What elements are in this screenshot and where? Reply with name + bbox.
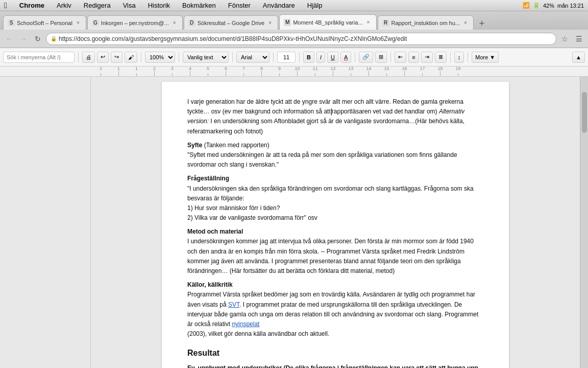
tab-close-tab3[interactable]: ×: [266, 19, 274, 27]
bold-button[interactable]: B: [303, 52, 314, 63]
tab-close-tab1[interactable]: ×: [75, 19, 82, 27]
zoom-select[interactable]: 100%: [145, 52, 175, 63]
ruler-mark-2: 2: [145, 66, 163, 76]
doc-para-1: I varje generation har de äldre tyckt at…: [187, 97, 483, 136]
text-color-icon: A: [344, 54, 348, 60]
link-button[interactable]: 🔗: [359, 52, 373, 63]
paint-icon: 🖌: [128, 54, 134, 60]
font-select[interactable]: Arial: [236, 52, 270, 63]
chrome-menu-button[interactable]: ☰: [573, 33, 585, 45]
tab-tab4[interactable]: M Moment 4B_språklig varia... ×: [279, 14, 376, 30]
address-bar[interactable]: 🔒 https://docs.google.com/a/gustavsbergs…: [46, 33, 556, 45]
wifi-icon: 📶: [523, 2, 530, 9]
tab-bar: S SchoolSoft – Personal × G Inkorgen – p…: [0, 11, 588, 30]
right-scrollbar[interactable]: [580, 77, 588, 368]
address-bar-row: ← → ↻ 🔒 https://docs.google.com/a/gustav…: [0, 30, 588, 48]
ruler-mark-neg2: 2: [92, 66, 110, 76]
metod-heading: Metod och material: [187, 228, 243, 235]
visa-menu[interactable]: Visa: [121, 1, 138, 10]
text-color-button[interactable]: A: [340, 52, 351, 63]
ruler-mark-9: 9: [271, 66, 288, 76]
bokmarken-menu[interactable]: Bokmärken: [180, 1, 218, 10]
battery-icon: 🔋: [533, 2, 540, 9]
italic-button[interactable]: I: [316, 52, 325, 63]
doc-section-syfte: Syfte (Tanken med rapporten) "Syftet med…: [187, 141, 483, 170]
doc-scroll-area[interactable]: I varje generation har de äldre tyckt at…: [91, 77, 580, 368]
tab-tab3[interactable]: D Sökresultat – Google Drive ×: [184, 15, 278, 30]
tab-tab5[interactable]: R Rapport_instuktion om hu... ×: [378, 15, 474, 30]
align-center-button[interactable]: ≡: [408, 52, 419, 63]
tab-close-tab5[interactable]: ×: [462, 19, 469, 27]
toolbar-sep-7: [355, 52, 355, 62]
forward-button[interactable]: →: [17, 33, 30, 45]
new-tab-button[interactable]: +: [476, 17, 488, 30]
toolbar-sep-1: [78, 52, 79, 62]
italic-alternative: Alternativ version:: [187, 108, 464, 125]
tab-title-tab1: SchoolSoft – Personal: [17, 20, 72, 26]
align-justify-button[interactable]: ≣: [435, 52, 447, 63]
left-margin: [0, 77, 91, 368]
ruler-mark-1b: 1: [128, 66, 145, 76]
nyinspelat-link[interactable]: nyinspelat: [232, 320, 259, 328]
historik-menu[interactable]: Historik: [146, 1, 172, 10]
redo-button[interactable]: ↪: [111, 52, 122, 63]
bookmark-star[interactable]: ☆: [558, 33, 571, 45]
ruler: 2 1 1 2 3 4 5 6 7 8 9 10 11 12 13 14 15 …: [0, 66, 588, 77]
cursor: [331, 108, 332, 116]
text-style-select[interactable]: Vanlig text: [183, 52, 229, 63]
align-left-button[interactable]: ⇤: [395, 52, 406, 63]
mac-menubar:  Chrome Arkiv Redigera Visa Historik Bo…: [0, 0, 588, 11]
tab-tab2[interactable]: G Inkorgen – per.nystrom@... ×: [87, 15, 183, 30]
tab-favicon-tab4: M: [284, 19, 291, 26]
tab-title-tab5: Rapport_instuktion om hu...: [391, 20, 460, 26]
collapse-toolbar-button[interactable]: ▲: [572, 52, 585, 63]
tab-favicon-tab3: D: [188, 19, 195, 27]
format-paint-button[interactable]: 🖌: [125, 52, 137, 63]
syfte-heading: Syfte: [187, 142, 202, 149]
font-size-input[interactable]: [277, 52, 296, 63]
underline-button[interactable]: U: [327, 52, 338, 63]
tab-close-tab2[interactable]: ×: [171, 19, 178, 27]
menu-search-input[interactable]: [3, 52, 75, 63]
docs-toolbar: 🖨 ↩ ↪ 🖌 100% Vanlig text Arial B I U A: [0, 48, 588, 66]
chrome-menu[interactable]: Chrome: [17, 1, 46, 10]
doc-section-fragestellning: Frågeställning "I undersökningen ska den…: [187, 174, 483, 223]
anvandare-menu[interactable]: Användare: [261, 1, 297, 10]
svt-link[interactable]: SVT: [228, 301, 239, 308]
tab-favicon-tab2: G: [92, 19, 99, 27]
lock-icon: 🔒: [51, 36, 57, 41]
table-button[interactable]: ⊞: [375, 52, 387, 63]
back-button[interactable]: ←: [3, 33, 15, 45]
align-right-button[interactable]: ⇥: [421, 52, 433, 63]
redigera-menu[interactable]: Redigera: [82, 1, 113, 10]
doc-section-kallor: Källor, källkritik Programmet Värsta spr…: [187, 280, 483, 339]
ruler-mark-14: 14: [360, 66, 378, 76]
toolbar-sep-2: [141, 52, 141, 62]
ruler-mark-3: 3: [163, 66, 181, 76]
scrollbar-thumb[interactable]: [582, 92, 587, 133]
tab-favicon-tab5: R: [382, 19, 389, 27]
doc-section-metod: Metod och material I undersökningen komm…: [187, 227, 483, 276]
ruler-mark-10: 10: [288, 66, 306, 76]
ruler-mark-15: 15: [378, 66, 396, 76]
fonster-menu[interactable]: Fönster: [226, 1, 253, 10]
line-spacing-button[interactable]: ↕: [454, 52, 464, 63]
doc-resultat-note: Ev. uppbyggt med underrubriker (De olika…: [187, 363, 483, 368]
tab-title-tab2: Inkorgen – per.nystrom@...: [101, 20, 169, 26]
doc-area: I varje generation har de äldre tyckt at…: [0, 77, 588, 368]
hjalp-menu[interactable]: Hjälp: [305, 1, 325, 10]
tab-tab1[interactable]: S SchoolSoft – Personal ×: [3, 15, 86, 30]
reload-button[interactable]: ↻: [32, 33, 44, 45]
arkiv-menu[interactable]: Arkiv: [55, 1, 74, 10]
more-button[interactable]: More ▼: [472, 52, 499, 63]
print-button[interactable]: 🖨: [82, 52, 95, 63]
toolbar-sep-4: [232, 52, 233, 62]
apple-menu[interactable]: : [4, 1, 7, 10]
tab-close-tab4[interactable]: ×: [365, 19, 372, 26]
doc-page[interactable]: I varje generation har de äldre tyckt at…: [162, 82, 509, 368]
ruler-mark-6: 6: [217, 66, 235, 76]
menubar-right: 📶 🔋 42% mån 13:21: [523, 2, 584, 9]
undo-button[interactable]: ↩: [97, 52, 109, 63]
ruler-mark-4: 4: [181, 66, 199, 76]
ruler-mark-12: 12: [324, 66, 342, 76]
